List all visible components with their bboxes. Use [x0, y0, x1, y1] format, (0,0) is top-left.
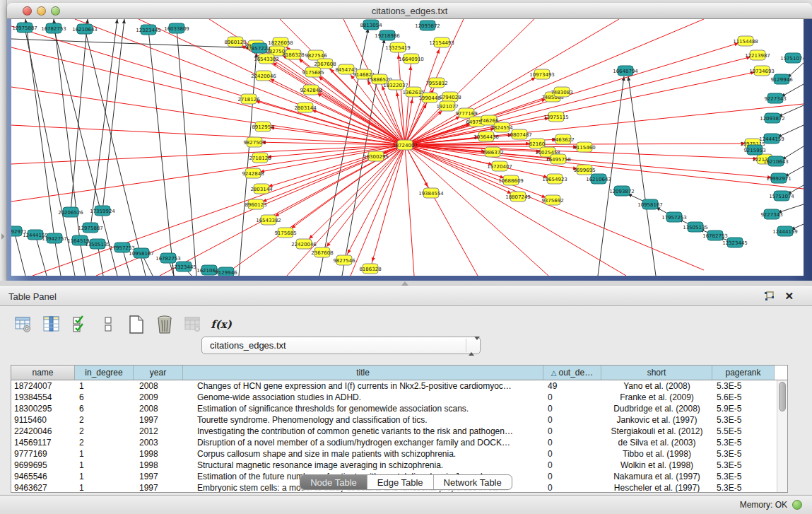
column-header-pagerank[interactable]: pagerank: [712, 366, 775, 380]
graph-node[interactable]: 16210643: [586, 174, 611, 184]
table-cell: 9699695: [11, 460, 75, 471]
graph-node-selected[interactable]: 2367608: [311, 247, 333, 257]
select-column-icon[interactable]: [41, 313, 62, 336]
horizontal-splitter[interactable]: [0, 281, 812, 286]
graph-node-selected[interactable]: 8912954: [252, 122, 274, 132]
float-window-icon[interactable]: [764, 291, 775, 301]
graph-node-selected[interactable]: 12213987: [745, 50, 770, 60]
graph-node[interactable]: 17957253: [661, 212, 687, 222]
graph-node[interactable]: 16782753: [155, 253, 181, 263]
graph-node-selected[interactable]: 19384554: [418, 188, 444, 198]
graph-node-selected[interactable]: 19734693: [749, 66, 775, 76]
graph-node-selected[interactable]: 9375692: [541, 195, 563, 205]
graph-node[interactable]: 16648794: [613, 66, 638, 76]
table-options-icon[interactable]: [13, 313, 34, 336]
graph-node-selected[interactable]: 13975115: [543, 112, 569, 122]
graph-node-selected[interactable]: 6794028: [439, 92, 461, 102]
close-panel-icon[interactable]: ✕: [784, 291, 794, 302]
table-row[interactable]: 2242004622012Investigating the contribut…: [11, 426, 787, 437]
graph-node-selected[interactable]: 7483083: [551, 87, 572, 97]
graph-node-selected[interactable]: 10807487: [507, 129, 532, 139]
graph-node-selected[interactable]: 9827546: [333, 255, 355, 265]
graph-node[interactable]: 12975887: [12, 23, 37, 33]
graph-node-selected[interactable]: 9827503: [243, 137, 265, 147]
graph-node-selected[interactable]: 19654923: [542, 174, 567, 184]
new-attribute-icon[interactable]: [126, 313, 147, 336]
table-row[interactable]: 1872400712008Changes of HCN gene express…: [11, 380, 787, 392]
tab-edge-table[interactable]: Edge Table: [367, 475, 434, 489]
graph-node[interactable]: 9227343: [764, 93, 786, 103]
graph-node-selected[interactable]: 3824554: [490, 122, 513, 132]
graph-node[interactable]: 12323445: [171, 262, 196, 271]
graph-node-selected[interactable]: 7955812: [425, 78, 447, 88]
graph-node-selected[interactable]: 8186328: [282, 49, 304, 59]
graph-node[interactable]: 9129946: [215, 267, 237, 276]
collapsed-side-panel[interactable]: [0, 0, 7, 281]
graph-node-selected[interactable]: 13325419: [385, 42, 411, 52]
tab-node-table[interactable]: Node Table: [300, 475, 367, 489]
memory-status-icon[interactable]: [792, 500, 802, 510]
graph-node-selected[interactable]: 9175685: [274, 228, 296, 238]
svg-text:13505135: 13505135: [683, 225, 708, 230]
delete-table-icon[interactable]: [182, 313, 204, 336]
graph-node[interactable]: 12975887: [78, 223, 103, 233]
graph-node-selected[interactable]: 9175685: [302, 67, 324, 77]
graph-node-selected[interactable]: 16543382: [256, 215, 281, 225]
graph-node-selected[interactable]: 9463627: [552, 134, 574, 144]
delete-attribute-icon[interactable]: [154, 313, 175, 336]
graph-node-selected[interactable]: 9699695: [573, 165, 595, 175]
graph-node[interactable]: 20206526: [58, 207, 83, 217]
graph-node-selected[interactable]: 16640910: [399, 54, 424, 64]
graph-node-selected[interactable]: 12154493: [429, 37, 454, 47]
splitter-handle-icon[interactable]: [401, 281, 408, 286]
clear-selection-icon[interactable]: [98, 313, 119, 336]
graph-node[interactable]: 12093872: [415, 21, 440, 30]
graph-node-selected[interactable]: 1990448: [418, 93, 440, 103]
panel-grip-icon[interactable]: [1, 233, 5, 240]
table-selector-dropdown[interactable]: citations_edges.txt: [201, 337, 481, 354]
table-row[interactable]: 911546021997Tourette syndrome. Phenomeno…: [11, 414, 787, 426]
table-row[interactable]: 1830029562008Estimation of significance …: [11, 403, 787, 414]
table-row[interactable]: 1456911722003Disruption of a novel membe…: [11, 437, 787, 448]
graph-node[interactable]: 16210643: [72, 24, 98, 34]
graph-node[interactable]: 15751074: [780, 53, 804, 63]
graph-node-selected[interactable]: 2718126: [249, 153, 271, 163]
column-header-out_de[interactable]: △out_de…: [543, 366, 601, 380]
function-builder-icon[interactable]: f(x): [211, 313, 232, 336]
graph-node[interactable]: 19218986: [375, 30, 400, 40]
graph-node-selected[interactable]: 2718126: [237, 94, 260, 104]
select-rows-icon[interactable]: [69, 313, 90, 336]
graph-node-selected[interactable]: 8960123: [224, 37, 246, 47]
graph-node[interactable]: 17359924: [90, 206, 115, 216]
column-header-year[interactable]: year: [134, 366, 183, 380]
network-window-titlebar[interactable]: citations_edges.txt: [7, 3, 812, 19]
network-canvas[interactable]: 1872400789601238912954182260589827503818…: [11, 19, 804, 276]
graph-node[interactable]: 8813054: [360, 20, 382, 30]
table-row[interactable]: 977716911998Corpus callosum shape and si…: [11, 448, 787, 460]
graph-node-selected[interactable]: 7986372: [481, 147, 503, 157]
graph-node-selected[interactable]: 9242848: [242, 168, 264, 178]
graph-node-selected[interactable]: 9242848: [300, 85, 322, 95]
column-header-title[interactable]: title: [183, 366, 543, 380]
column-header-short[interactable]: short: [601, 366, 712, 380]
tab-network-table[interactable]: Network Table: [434, 475, 512, 489]
scrollbar-thumb[interactable]: [779, 382, 786, 411]
graph-node-selected[interactable]: 8186328: [359, 264, 381, 274]
graph-node-selected[interactable]: 1921077: [436, 101, 458, 111]
graph-node[interactable]: 16782753: [41, 23, 66, 33]
column-header-name[interactable]: name: [11, 366, 75, 380]
graph-node[interactable]: 13505135: [683, 222, 708, 232]
graph-node[interactable]: 12323445: [722, 238, 748, 247]
graph-node-selected[interactable]: 20364436: [473, 132, 499, 141]
graph-node-selected[interactable]: 9115460: [573, 142, 595, 152]
table-row[interactable]: 1938455462009Genome-wide association stu…: [11, 392, 787, 403]
graph-node-selected[interactable]: 22420046: [291, 239, 317, 249]
column-header-in_degree[interactable]: in_degree: [75, 366, 134, 380]
graph-node-selected[interactable]: 8960123: [245, 199, 266, 209]
graph-node[interactable]: 12323445: [136, 25, 161, 35]
table-row[interactable]: 969969511998Structural magnetic resonanc…: [11, 460, 787, 471]
graph-node-selected[interactable]: 15720407: [487, 161, 512, 171]
graph-node[interactable]: 9215953: [743, 145, 765, 155]
graph-node[interactable]: 9227343: [760, 209, 782, 219]
graph-node[interactable]: 16033809: [164, 23, 189, 33]
